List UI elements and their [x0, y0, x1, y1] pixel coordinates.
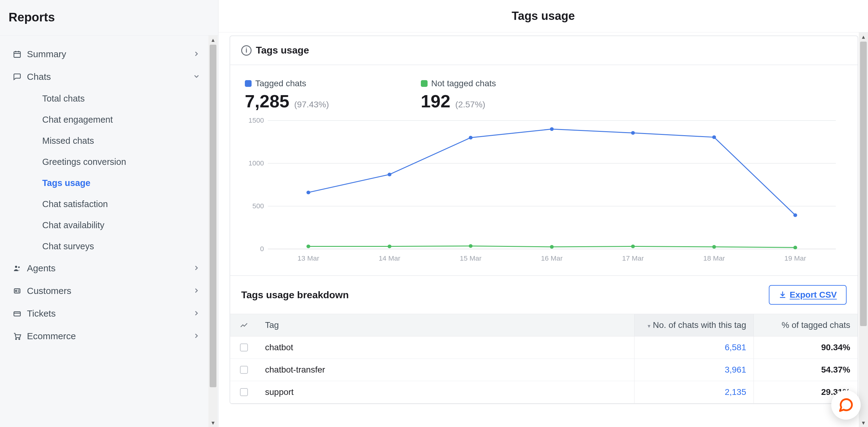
y-tick-label: 1000 [249, 159, 264, 167]
col-count[interactable]: ▾No. of chats with this tag [634, 314, 753, 336]
svg-point-7 [15, 290, 17, 292]
page-header: Tags usage [219, 0, 868, 32]
scrollbar-thumb[interactable] [860, 42, 867, 326]
main-scrollbar[interactable]: ▴ ▾ [859, 32, 868, 427]
sidebar-item-summary[interactable]: Summary [0, 43, 209, 65]
stat-not-tagged-label: Not tagged chats [431, 78, 496, 89]
sidebar-item-label: Ecommerce [27, 331, 193, 341]
svg-rect-10 [14, 312, 21, 316]
data-point[interactable] [388, 172, 391, 176]
sidebar-item-label: Chats [27, 72, 193, 82]
calendar-icon [13, 50, 27, 58]
x-tick-label: 14 Mar [379, 255, 400, 262]
scroll-up-icon[interactable]: ▴ [862, 32, 865, 41]
sidebar-subitem-chat-availability[interactable]: Chat availability [0, 215, 209, 236]
x-tick-label: 15 Mar [460, 255, 482, 262]
data-point[interactable] [469, 244, 472, 248]
count-link[interactable]: 3,961 [725, 365, 746, 374]
cell-pct: 90.34% [753, 336, 858, 359]
x-tick-label: 13 Mar [298, 255, 319, 262]
sidebar-subitem-greetings-conversion[interactable]: Greetings conversion [0, 152, 209, 172]
x-tick-label: 16 Mar [541, 255, 562, 262]
col-trend-icon[interactable] [230, 315, 258, 335]
count-link[interactable]: 6,581 [725, 342, 746, 352]
data-point[interactable] [306, 191, 310, 194]
table-row: chatbot-transfer3,96154.37% [230, 359, 858, 381]
scroll-down-icon[interactable]: ▾ [862, 419, 865, 427]
sidebar: Reports SummaryChatsTotal chatsChat enga… [0, 0, 219, 427]
sidebar-item-agents[interactable]: Agents [0, 257, 209, 280]
col-pct[interactable]: % of tagged chats [753, 314, 858, 336]
sidebar-item-label: Agents [27, 263, 193, 273]
x-tick-label: 17 Mar [622, 255, 644, 262]
y-tick-label: 0 [260, 245, 264, 253]
scroll-up-icon[interactable]: ▴ [212, 35, 215, 44]
data-point[interactable] [712, 245, 716, 249]
trend-line-icon [240, 321, 248, 329]
sidebar-subitem-chat-surveys[interactable]: Chat surveys [0, 236, 209, 257]
data-point[interactable] [469, 136, 472, 139]
sidebar-subitem-tags-usage[interactable]: Tags usage [0, 172, 209, 194]
sidebar-item-customers[interactable]: Customers [0, 280, 209, 302]
chart-svg: 05001000150013 Mar14 Mar15 Mar16 Mar17 M… [242, 118, 845, 264]
chevron-right-icon [193, 308, 200, 319]
stat-tagged: Tagged chats 7,285 (97.43%) [245, 78, 329, 111]
row-checkbox[interactable] [240, 366, 248, 374]
stat-not-tagged-value: 192 [421, 91, 451, 111]
y-tick-label: 1500 [249, 118, 264, 124]
col-count-label: No. of chats with this tag [653, 320, 746, 330]
cell-pct: 54.37% [753, 359, 858, 381]
cell-count: 6,581 [634, 336, 753, 359]
info-icon[interactable]: i [241, 45, 252, 56]
sidebar-nav: SummaryChatsTotal chatsChat engagementMi… [0, 35, 209, 427]
data-point[interactable] [712, 135, 716, 139]
count-link[interactable]: 2,135 [725, 387, 746, 397]
data-point[interactable] [793, 213, 797, 217]
scrollbar-thumb[interactable] [210, 45, 216, 387]
data-point[interactable] [550, 245, 554, 249]
card-title: Tags usage [256, 45, 309, 56]
chart: 05001000150013 Mar14 Mar15 Mar16 Mar17 M… [230, 118, 858, 275]
col-tag-label: Tag [265, 320, 279, 330]
export-csv-label: Export CSV [789, 290, 837, 300]
svg-point-13 [19, 338, 20, 340]
stat-not-tagged-pct: (2.57%) [456, 100, 486, 109]
legend-dot-tagged [245, 80, 252, 87]
col-tag[interactable]: Tag [258, 314, 634, 336]
chevron-right-icon [193, 263, 200, 273]
download-icon [779, 291, 786, 299]
page-title: Tags usage [512, 9, 575, 23]
sidebar-item-ecommerce[interactable]: Ecommerce [0, 325, 209, 348]
data-point[interactable] [631, 245, 635, 249]
row-checkbox[interactable] [240, 343, 248, 352]
card-header: i Tags usage [230, 36, 858, 65]
export-csv-button[interactable]: Export CSV [769, 285, 846, 305]
stat-not-tagged: Not tagged chats 192 (2.57%) [421, 78, 496, 111]
data-point[interactable] [388, 245, 391, 249]
cell-tag: chatbot-transfer [258, 359, 634, 381]
breakdown-title: Tags usage breakdown [241, 289, 349, 301]
data-point[interactable] [793, 245, 797, 249]
data-point[interactable] [631, 131, 635, 135]
data-point[interactable] [306, 245, 310, 249]
sidebar-subitem-chat-satisfaction[interactable]: Chat satisfaction [0, 194, 209, 215]
table-header: Tag ▾No. of chats with this tag % of tag… [230, 314, 858, 336]
sidebar-item-tickets[interactable]: Tickets [0, 302, 209, 325]
sidebar-item-label: Tickets [27, 308, 193, 319]
scroll-down-icon[interactable]: ▾ [212, 419, 215, 427]
chat-widget-button[interactable] [831, 390, 861, 420]
sidebar-subitem-chat-engagement[interactable]: Chat engagement [0, 109, 209, 130]
data-point[interactable] [550, 127, 554, 131]
sidebar-item-chats[interactable]: Chats [0, 65, 209, 88]
sidebar-subitem-missed-chats[interactable]: Missed chats [0, 130, 209, 152]
sidebar-subitem-total-chats[interactable]: Total chats [0, 88, 209, 109]
main-body: i Tags usage Tagged chats 7,285 (97.43%) [219, 32, 868, 427]
row-checkbox[interactable] [240, 388, 248, 396]
tickets-icon [13, 309, 27, 318]
sidebar-scrollbar[interactable]: ▴ ▾ [209, 35, 218, 427]
series-line [309, 129, 796, 215]
cart-icon [13, 332, 27, 340]
chevron-right-icon [193, 286, 200, 296]
svg-rect-0 [14, 52, 21, 58]
chevron-down-icon [193, 72, 200, 82]
